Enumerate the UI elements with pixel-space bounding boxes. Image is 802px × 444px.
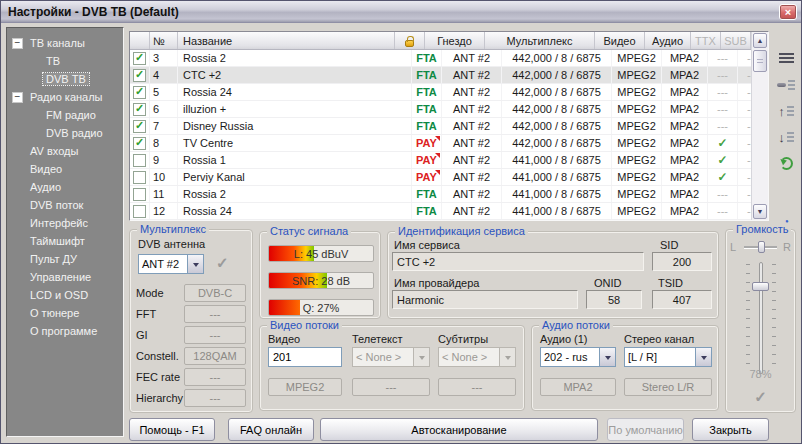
sidebar-item[interactable]: Видео: [7, 160, 123, 178]
signal-bar-label: SNR: 28 dB: [269, 273, 373, 288]
channel-access: PAY: [412, 135, 442, 151]
sidebar-item[interactable]: Интерфейс: [7, 214, 123, 232]
channel-access: FTA: [412, 84, 442, 100]
move-up-icon[interactable]: ↑: [773, 101, 799, 121]
sidebar-item[interactable]: DVB ТВ: [7, 70, 123, 88]
col-header-ttx[interactable]: TTX: [691, 32, 721, 49]
balance-thumb[interactable]: [758, 241, 765, 253]
col-header-name[interactable]: Название: [178, 32, 395, 49]
channel-number: 6: [150, 101, 178, 117]
table-grid-icon[interactable]: [773, 49, 799, 69]
chevron-down-icon[interactable]: [187, 255, 203, 273]
sidebar-item[interactable]: ТВ: [7, 52, 123, 70]
titlebar[interactable]: Настройки - DVB ТВ (Default) ×: [1, 1, 801, 23]
sidebar-item[interactable]: О тюнере: [7, 304, 123, 322]
sidebar-item[interactable]: FM радио: [7, 106, 123, 124]
col-header-socket[interactable]: Гнездо: [425, 32, 485, 49]
sidebar-item[interactable]: Управление: [7, 268, 123, 286]
collapse-icon[interactable]: [12, 92, 23, 103]
sidebar-item[interactable]: LCD и OSD: [7, 286, 123, 304]
scroll-thumb[interactable]: [753, 50, 767, 72]
chevron-down-icon[interactable]: [695, 348, 711, 366]
channel-row[interactable]: 10 Perviy Kanal PAY ANT #2 441,000 / 8 /…: [130, 169, 768, 186]
channel-name: TV Centre: [178, 135, 412, 151]
signal-bar-label: L: 45 dBuV: [269, 246, 373, 261]
onid-label: ONID: [594, 277, 622, 289]
channel-socket: ANT #2: [442, 101, 502, 117]
channel-row[interactable]: 9 Rossia 1 PAY ANT #2 441,000 / 8 / 6875…: [130, 152, 768, 169]
channel-row[interactable]: 3 Rossia 2 FTA ANT #2 442,000 / 8 / 6875…: [130, 50, 768, 67]
channel-audio-codec: MPA2: [662, 152, 708, 168]
antenna-select[interactable]: ANT #2: [138, 254, 204, 274]
sidebar-item[interactable]: DVB радио: [7, 124, 123, 142]
channel-row[interactable]: 4 CTC +2 FTA ANT #2 442,000 / 8 / 6875 M…: [130, 67, 768, 84]
channel-audio-codec: MPA2: [662, 67, 708, 83]
sidebar-item[interactable]: Пульт ДУ: [7, 250, 123, 268]
channel-row[interactable]: 11 Rossia 2 FTA ANT #2 441,000 / 8 / 687…: [130, 186, 768, 203]
close-button[interactable]: ×: [779, 4, 797, 20]
video-streams-panel: Видео потоки Видео Телетекст Субтитры < …: [259, 325, 525, 411]
channel-row[interactable]: 7 Disney Russia FTA ANT #2 442,000 / 8 /…: [130, 118, 768, 135]
channel-checkbox[interactable]: [133, 154, 146, 167]
signal-status-title: Статус сигнала: [267, 225, 351, 237]
sidebar-item[interactable]: ТВ каналы: [7, 34, 123, 52]
footer-button[interactable]: FAQ онлайн: [228, 418, 314, 441]
table-scrollbar[interactable]: ▲ ▼: [751, 32, 768, 220]
col-header-number[interactable]: №: [150, 32, 178, 49]
balance-slider[interactable]: L R: [730, 240, 791, 254]
channel-row[interactable]: 12 Rossia 24 FTA ANT #2 441,000 / 8 / 68…: [130, 203, 768, 220]
volume-thumb[interactable]: [752, 282, 769, 291]
sidebar-item[interactable]: О программе: [7, 322, 123, 340]
channel-checkbox[interactable]: [133, 69, 146, 82]
channel-number: 10: [150, 169, 178, 185]
channel-checkbox[interactable]: [133, 86, 146, 99]
col-header-multiplex[interactable]: Мультиплекс: [485, 32, 595, 49]
channel-access: FTA: [412, 203, 442, 219]
channel-row[interactable]: 8 TV Centre PAY ANT #2 442,000 / 8 / 687…: [130, 135, 768, 152]
col-header-video[interactable]: Видео: [595, 32, 645, 49]
collapse-icon[interactable]: [12, 38, 23, 49]
channel-checkbox[interactable]: [133, 120, 146, 133]
sidebar-item[interactable]: Радио каналы: [7, 88, 123, 106]
stereo-mode-select[interactable]: [L / R]: [624, 347, 712, 367]
audio-pid-select[interactable]: 202 - rus: [540, 347, 616, 367]
channel-checkbox[interactable]: [133, 171, 146, 184]
col-header-access[interactable]: [395, 32, 425, 49]
sidebar-item[interactable]: Аудио: [7, 178, 123, 196]
volume-slider[interactable]: [746, 262, 776, 374]
scroll-down-button[interactable]: ▼: [753, 204, 767, 219]
channel-checkbox[interactable]: [133, 52, 146, 65]
move-down-icon[interactable]: ↓: [773, 127, 799, 147]
footer-button[interactable]: Автосканирование: [320, 418, 598, 441]
multiplex-field-value: 128QAM: [184, 347, 246, 365]
sidebar-item-label: DVB поток: [27, 199, 86, 211]
scroll-up-button[interactable]: ▲: [753, 33, 767, 48]
teletext-label: Телетекст: [352, 333, 403, 345]
sidebar-item[interactable]: AV входы: [7, 142, 123, 160]
chevron-down-icon[interactable]: [599, 348, 615, 366]
tsid-field: 407: [652, 290, 712, 309]
channel-socket: ANT #2: [442, 67, 502, 83]
remove-channel-icon[interactable]: [773, 75, 799, 95]
channel-row[interactable]: 6 illuzion + FTA ANT #2 442,000 / 8 / 68…: [130, 101, 768, 118]
channel-access: FTA: [412, 101, 442, 117]
footer-button[interactable]: Закрыть: [692, 418, 769, 441]
service-name-field: CTC +2: [392, 252, 644, 271]
col-header-checkbox[interactable]: [130, 32, 150, 49]
col-header-sub[interactable]: SUB: [721, 32, 751, 49]
dialog-body: ТВ каналы ТВ DVB ТВ Радио каналы FM ради…: [1, 23, 801, 443]
channel-checkbox[interactable]: [133, 188, 146, 201]
footer-button[interactable]: По умолчанию: [607, 418, 684, 441]
sidebar-item[interactable]: DVB поток: [7, 196, 123, 214]
channel-checkbox[interactable]: [133, 137, 146, 150]
footer-button[interactable]: Помощь - F1: [129, 418, 215, 441]
video-pid-input[interactable]: [268, 347, 342, 367]
refresh-icon[interactable]: [773, 153, 799, 173]
channel-checkbox[interactable]: [133, 103, 146, 116]
volume-panel: Громкость L R 78% ✓: [725, 229, 796, 413]
channel-checkbox[interactable]: [133, 205, 146, 218]
sidebar-item[interactable]: Таймшифт: [7, 232, 123, 250]
col-header-audio[interactable]: Аудио: [645, 32, 691, 49]
audio-pid-label: Аудио (1): [540, 333, 588, 345]
channel-row[interactable]: 5 Rossia 24 FTA ANT #2 442,000 / 8 / 687…: [130, 84, 768, 101]
